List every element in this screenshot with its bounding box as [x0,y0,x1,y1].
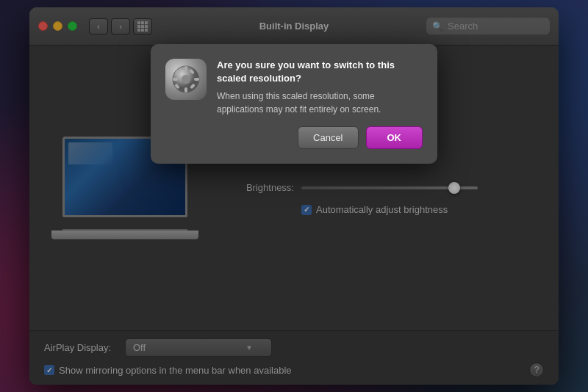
svg-rect-5 [194,78,199,81]
alert-header: Are you sure you want to switch to this … [165,59,423,116]
alert-text: Are you sure you want to switch to this … [217,59,423,116]
gear-icon [165,59,207,100]
alert-dialog: Are you sure you want to switch to this … [151,44,437,164]
alert-body: When using this scaled resolution, some … [217,90,423,116]
svg-rect-3 [184,87,187,92]
dialog-overlay: Are you sure you want to switch to this … [29,7,559,385]
alert-buttons: Cancel OK [165,126,423,149]
cancel-button[interactable]: Cancel [298,126,358,149]
ok-button[interactable]: OK [366,126,423,149]
alert-title: Are you sure you want to switch to this … [217,59,423,85]
svg-rect-4 [173,78,178,81]
main-window: ‹ › Built-in Display 🔍 Search [29,7,559,385]
svg-rect-2 [184,66,187,71]
svg-point-1 [182,75,190,84]
